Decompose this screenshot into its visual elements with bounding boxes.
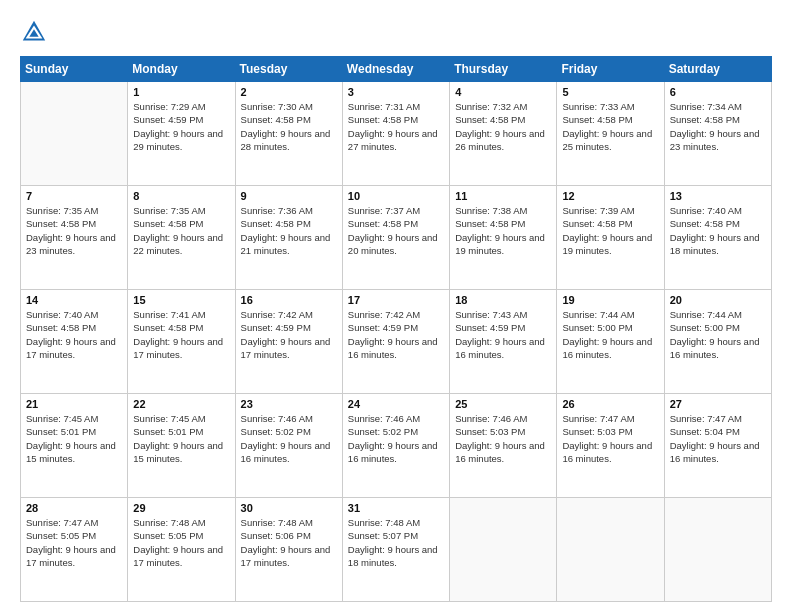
daylight-text: Daylight: 9 hours and 25 minutes. (562, 128, 652, 152)
day-number: 16 (241, 294, 338, 306)
sunset-text: Sunset: 5:03 PM (562, 426, 632, 437)
sunrise-text: Sunrise: 7:30 AM (241, 101, 313, 112)
day-info: Sunrise: 7:39 AM Sunset: 4:58 PM Dayligh… (562, 204, 659, 257)
calendar-cell: 2 Sunrise: 7:30 AM Sunset: 4:58 PM Dayli… (235, 82, 342, 186)
calendar-cell (21, 82, 128, 186)
day-number: 28 (26, 502, 123, 514)
sunrise-text: Sunrise: 7:41 AM (133, 309, 205, 320)
sunset-text: Sunset: 4:59 PM (455, 322, 525, 333)
calendar-week-0: 1 Sunrise: 7:29 AM Sunset: 4:59 PM Dayli… (21, 82, 772, 186)
day-number: 1 (133, 86, 230, 98)
sunset-text: Sunset: 4:58 PM (562, 114, 632, 125)
sunset-text: Sunset: 5:00 PM (562, 322, 632, 333)
sunrise-text: Sunrise: 7:43 AM (455, 309, 527, 320)
sunrise-text: Sunrise: 7:35 AM (133, 205, 205, 216)
sunset-text: Sunset: 5:03 PM (455, 426, 525, 437)
col-header-thursday: Thursday (450, 57, 557, 82)
sunset-text: Sunset: 4:58 PM (133, 218, 203, 229)
sunset-text: Sunset: 4:58 PM (455, 218, 525, 229)
daylight-text: Daylight: 9 hours and 26 minutes. (455, 128, 545, 152)
sunrise-text: Sunrise: 7:35 AM (26, 205, 98, 216)
day-number: 13 (670, 190, 767, 202)
sunset-text: Sunset: 4:58 PM (455, 114, 525, 125)
sunset-text: Sunset: 5:07 PM (348, 530, 418, 541)
calendar-cell: 9 Sunrise: 7:36 AM Sunset: 4:58 PM Dayli… (235, 186, 342, 290)
day-number: 23 (241, 398, 338, 410)
page: SundayMondayTuesdayWednesdayThursdayFrid… (0, 0, 792, 612)
day-number: 5 (562, 86, 659, 98)
sunrise-text: Sunrise: 7:44 AM (670, 309, 742, 320)
header (20, 18, 772, 46)
daylight-text: Daylight: 9 hours and 16 minutes. (562, 440, 652, 464)
day-info: Sunrise: 7:34 AM Sunset: 4:58 PM Dayligh… (670, 100, 767, 153)
sunrise-text: Sunrise: 7:47 AM (562, 413, 634, 424)
day-info: Sunrise: 7:46 AM Sunset: 5:02 PM Dayligh… (241, 412, 338, 465)
day-info: Sunrise: 7:46 AM Sunset: 5:02 PM Dayligh… (348, 412, 445, 465)
day-number: 19 (562, 294, 659, 306)
sunrise-text: Sunrise: 7:48 AM (133, 517, 205, 528)
day-number: 11 (455, 190, 552, 202)
day-info: Sunrise: 7:48 AM Sunset: 5:06 PM Dayligh… (241, 516, 338, 569)
sunrise-text: Sunrise: 7:29 AM (133, 101, 205, 112)
day-number: 2 (241, 86, 338, 98)
calendar-cell: 13 Sunrise: 7:40 AM Sunset: 4:58 PM Dayl… (664, 186, 771, 290)
sunset-text: Sunset: 4:59 PM (348, 322, 418, 333)
sunset-text: Sunset: 5:05 PM (133, 530, 203, 541)
daylight-text: Daylight: 9 hours and 17 minutes. (26, 544, 116, 568)
sunset-text: Sunset: 5:01 PM (26, 426, 96, 437)
daylight-text: Daylight: 9 hours and 16 minutes. (455, 440, 545, 464)
calendar-cell: 27 Sunrise: 7:47 AM Sunset: 5:04 PM Dayl… (664, 394, 771, 498)
daylight-text: Daylight: 9 hours and 16 minutes. (670, 336, 760, 360)
sunrise-text: Sunrise: 7:34 AM (670, 101, 742, 112)
day-number: 31 (348, 502, 445, 514)
day-number: 10 (348, 190, 445, 202)
col-header-wednesday: Wednesday (342, 57, 449, 82)
calendar-week-2: 14 Sunrise: 7:40 AM Sunset: 4:58 PM Dayl… (21, 290, 772, 394)
day-info: Sunrise: 7:38 AM Sunset: 4:58 PM Dayligh… (455, 204, 552, 257)
sunset-text: Sunset: 4:58 PM (26, 218, 96, 229)
sunset-text: Sunset: 4:58 PM (562, 218, 632, 229)
col-header-saturday: Saturday (664, 57, 771, 82)
logo (20, 18, 50, 46)
daylight-text: Daylight: 9 hours and 16 minutes. (562, 336, 652, 360)
day-info: Sunrise: 7:32 AM Sunset: 4:58 PM Dayligh… (455, 100, 552, 153)
day-number: 20 (670, 294, 767, 306)
day-number: 27 (670, 398, 767, 410)
calendar-cell: 25 Sunrise: 7:46 AM Sunset: 5:03 PM Dayl… (450, 394, 557, 498)
day-info: Sunrise: 7:40 AM Sunset: 4:58 PM Dayligh… (670, 204, 767, 257)
calendar-cell: 30 Sunrise: 7:48 AM Sunset: 5:06 PM Dayl… (235, 498, 342, 602)
sunrise-text: Sunrise: 7:42 AM (348, 309, 420, 320)
day-number: 15 (133, 294, 230, 306)
calendar-week-1: 7 Sunrise: 7:35 AM Sunset: 4:58 PM Dayli… (21, 186, 772, 290)
sunset-text: Sunset: 5:01 PM (133, 426, 203, 437)
sunset-text: Sunset: 4:58 PM (26, 322, 96, 333)
day-info: Sunrise: 7:33 AM Sunset: 4:58 PM Dayligh… (562, 100, 659, 153)
calendar-cell: 19 Sunrise: 7:44 AM Sunset: 5:00 PM Dayl… (557, 290, 664, 394)
daylight-text: Daylight: 9 hours and 22 minutes. (133, 232, 223, 256)
day-info: Sunrise: 7:47 AM Sunset: 5:04 PM Dayligh… (670, 412, 767, 465)
daylight-text: Daylight: 9 hours and 20 minutes. (348, 232, 438, 256)
sunset-text: Sunset: 4:59 PM (133, 114, 203, 125)
sunrise-text: Sunrise: 7:33 AM (562, 101, 634, 112)
calendar-cell: 31 Sunrise: 7:48 AM Sunset: 5:07 PM Dayl… (342, 498, 449, 602)
daylight-text: Daylight: 9 hours and 15 minutes. (133, 440, 223, 464)
day-info: Sunrise: 7:47 AM Sunset: 5:05 PM Dayligh… (26, 516, 123, 569)
sunrise-text: Sunrise: 7:40 AM (670, 205, 742, 216)
day-number: 29 (133, 502, 230, 514)
calendar-cell: 6 Sunrise: 7:34 AM Sunset: 4:58 PM Dayli… (664, 82, 771, 186)
sunrise-text: Sunrise: 7:37 AM (348, 205, 420, 216)
daylight-text: Daylight: 9 hours and 16 minutes. (241, 440, 331, 464)
sunset-text: Sunset: 4:58 PM (241, 218, 311, 229)
day-number: 14 (26, 294, 123, 306)
day-number: 24 (348, 398, 445, 410)
day-info: Sunrise: 7:41 AM Sunset: 4:58 PM Dayligh… (133, 308, 230, 361)
calendar-cell: 22 Sunrise: 7:45 AM Sunset: 5:01 PM Dayl… (128, 394, 235, 498)
calendar-cell: 20 Sunrise: 7:44 AM Sunset: 5:00 PM Dayl… (664, 290, 771, 394)
sunset-text: Sunset: 5:04 PM (670, 426, 740, 437)
sunrise-text: Sunrise: 7:31 AM (348, 101, 420, 112)
sunrise-text: Sunrise: 7:47 AM (26, 517, 98, 528)
calendar-cell: 18 Sunrise: 7:43 AM Sunset: 4:59 PM Dayl… (450, 290, 557, 394)
day-info: Sunrise: 7:36 AM Sunset: 4:58 PM Dayligh… (241, 204, 338, 257)
daylight-text: Daylight: 9 hours and 29 minutes. (133, 128, 223, 152)
daylight-text: Daylight: 9 hours and 17 minutes. (241, 336, 331, 360)
